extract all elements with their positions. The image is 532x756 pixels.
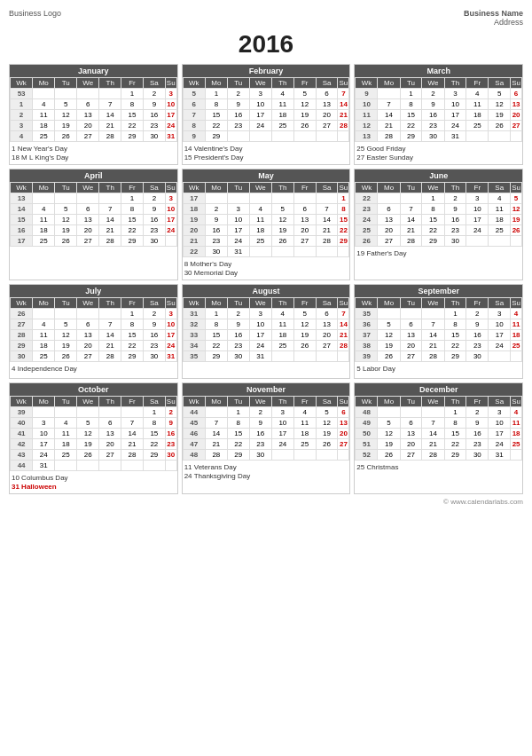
day-cell: 28 [400, 236, 422, 247]
day-cell: 24 [466, 225, 489, 236]
day-cell: 21 [338, 110, 349, 121]
day-cell: 11 [33, 215, 55, 225]
col-header-we: We [77, 78, 99, 89]
col-header-fr: Fr [293, 397, 316, 407]
week-number: 29 [11, 341, 33, 351]
day-cell: 10 [444, 99, 466, 110]
business-logo: Business Logo [9, 9, 61, 18]
day-cell: 17 [33, 439, 55, 450]
day-cell: 17 [165, 215, 176, 225]
footer: © www.calendarlabs.com [9, 498, 523, 506]
day-cell: 31 [489, 450, 511, 461]
day-cell: 11 [33, 110, 55, 121]
col-header-mo: Mo [205, 78, 227, 89]
day-cell [466, 131, 489, 142]
col-header-su: Su [165, 183, 176, 193]
col-header-tu: Tu [55, 298, 77, 309]
day-cell: 3 [165, 309, 176, 319]
day-cell: 1 [205, 309, 227, 319]
week-row: 171 [183, 193, 349, 204]
week-number: 4 [11, 131, 33, 142]
week-row: 1618192021222324 [11, 225, 177, 236]
day-cell: 10 [466, 204, 489, 215]
col-header-tu: Tu [227, 183, 249, 193]
day-cell [338, 247, 349, 257]
day-cell: 31 [227, 247, 249, 257]
week-number: 27 [11, 319, 33, 330]
day-cell: 20 [338, 429, 349, 439]
day-cell: 26 [511, 225, 522, 236]
day-cell: 18 [249, 225, 271, 236]
day-cell [338, 131, 349, 142]
day-cell: 14 [338, 319, 349, 330]
day-cell: 19 [55, 225, 77, 236]
day-cell: 7 [99, 99, 121, 110]
day-cell: 12 [293, 319, 316, 330]
day-cell: 20 [77, 341, 99, 351]
day-cell: 9 [227, 99, 249, 110]
week-row: 481234 [356, 407, 522, 418]
week-row: 6891011121314 [183, 99, 349, 110]
day-cell: 16 [143, 215, 165, 225]
day-cell: 11 [55, 429, 77, 439]
month-block-september: SeptemberWkMoTuWeThFrSaSu351234365678910… [354, 284, 523, 379]
day-cell [378, 309, 400, 319]
day-cell: 22 [143, 439, 165, 450]
day-cell: 22 [400, 121, 422, 131]
col-header-wk: Wk [11, 183, 33, 193]
day-cell: 2 [143, 309, 165, 319]
day-cell: 12 [55, 215, 77, 225]
day-cell: 16 [143, 330, 165, 341]
day-cell [121, 407, 144, 418]
day-cell: 8 [400, 99, 422, 110]
week-row: 3912 [11, 407, 177, 418]
col-header-th: Th [444, 78, 466, 89]
col-header-fr: Fr [466, 78, 489, 89]
day-cell: 21 [422, 439, 444, 450]
day-cell: 7 [99, 319, 121, 330]
col-header-we: We [422, 298, 444, 309]
week-number: 52 [356, 450, 378, 461]
day-cell: 31 [165, 351, 176, 362]
day-cell: 28 [99, 236, 121, 247]
day-cell [338, 450, 349, 461]
day-cell: 16 [444, 215, 466, 225]
day-cell: 18 [511, 429, 522, 439]
week-row: 715161718192021 [183, 110, 349, 121]
week-row: 1511121314151617 [11, 215, 177, 225]
day-cell: 12 [511, 204, 522, 215]
cal-table-march: WkMoTuWeThFrSaSu912345610789101112131114… [355, 77, 522, 142]
day-cell: 10 [271, 418, 293, 429]
day-cell: 13 [77, 110, 99, 121]
col-header-fr: Fr [293, 183, 316, 193]
col-header-wk: Wk [183, 397, 205, 407]
month-header-november: November [183, 383, 350, 396]
day-cell: 24 [489, 439, 511, 450]
col-header-sa: Sa [489, 397, 511, 407]
holiday-item: 8 Mother's Day [184, 260, 348, 268]
day-cell: 8 [121, 319, 144, 330]
day-cell: 13 [316, 99, 338, 110]
col-header-mo: Mo [378, 298, 400, 309]
day-cell: 3 [33, 418, 55, 429]
week-number: 21 [183, 236, 205, 247]
day-cell: 26 [55, 351, 77, 362]
col-header-su: Su [338, 298, 349, 309]
week-number: 17 [183, 193, 205, 204]
week-row: 44123456 [183, 407, 349, 418]
day-cell: 8 [205, 319, 227, 330]
holidays-march: 25 Good Friday27 Easter Sunday [355, 142, 522, 164]
week-row: 4324252627282930 [11, 450, 177, 461]
col-header-th: Th [99, 183, 121, 193]
month-block-april: AprilWkMoTuWeThFrSaSu1312314456789101511… [9, 169, 178, 280]
day-cell: 6 [316, 89, 338, 99]
month-block-december: DecemberWkMoTuWeThFrSaSu4812344956789101… [354, 382, 523, 494]
day-cell: 4 [511, 309, 522, 319]
day-cell [293, 351, 316, 362]
day-cell: 22 [422, 225, 444, 236]
day-cell: 28 [422, 351, 444, 362]
day-cell [400, 309, 422, 319]
day-cell: 14 [99, 215, 121, 225]
week-number: 14 [11, 204, 33, 215]
day-cell: 27 [338, 439, 349, 450]
